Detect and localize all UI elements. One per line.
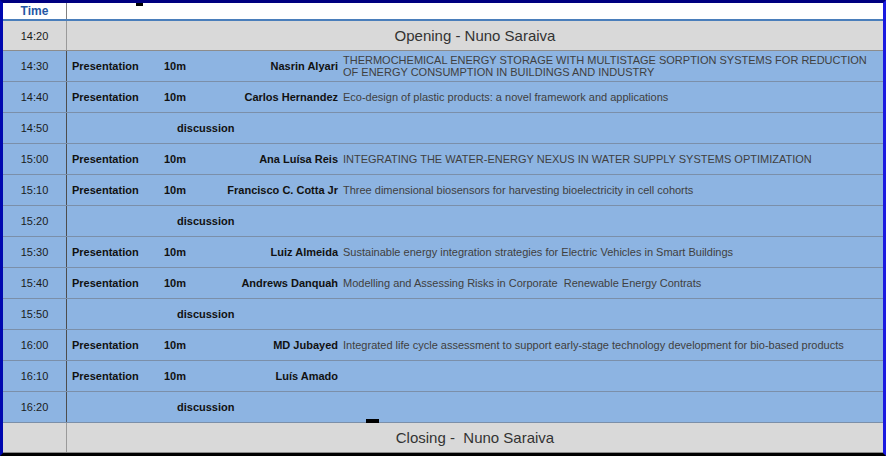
presentation-row: 14:30 Presentation 10m Nasrin Alyari THE… bbox=[3, 51, 883, 82]
duration-cell[interactable]: 10m bbox=[164, 60, 222, 72]
talk-title-cell[interactable]: Sustainable energy integration strategie… bbox=[343, 246, 879, 259]
talk-title-cell[interactable]: Eco-design of plastic products: a novel … bbox=[343, 91, 879, 104]
presenter-name-cell[interactable]: Luiz Almeida bbox=[222, 246, 338, 258]
presentation-cells: Presentation 10m Andrews Danquah Modelli… bbox=[67, 268, 883, 298]
discussion-row: 16:20 discussion bbox=[3, 392, 883, 423]
discussion-label: discussion bbox=[177, 215, 234, 227]
presentation-row: 15:40 Presentation 10m Andrews Danquah M… bbox=[3, 268, 883, 299]
duration-cell[interactable]: 10m bbox=[164, 91, 222, 103]
time-cell[interactable] bbox=[3, 423, 67, 452]
discussion-row: 15:20 discussion bbox=[3, 206, 883, 237]
time-cell[interactable]: 15:20 bbox=[3, 206, 67, 236]
session-type-cell[interactable]: Presentation bbox=[72, 339, 164, 351]
presenter-name-cell[interactable]: Ana Luísa Reis bbox=[222, 153, 338, 165]
presentation-row: 15:30 Presentation 10m Luiz Almeida Sust… bbox=[3, 237, 883, 268]
presentation-row: 16:10 Presentation 10m Luís Amado bbox=[3, 361, 883, 392]
duration-cell[interactable]: 10m bbox=[164, 339, 222, 351]
session-type-cell[interactable]: Presentation bbox=[72, 60, 164, 72]
schedule-table: Time 14:20 Opening - Nuno Saraiva 14:30 … bbox=[0, 0, 886, 456]
section-title: Opening - Nuno Saraiva bbox=[67, 27, 883, 44]
presentation-cells: Presentation 10m MD Jubayed Integrated l… bbox=[67, 330, 883, 360]
time-cell[interactable]: 15:40 bbox=[3, 268, 67, 298]
time-cell[interactable]: 15:10 bbox=[3, 175, 67, 205]
duration-cell[interactable]: 10m bbox=[164, 184, 222, 196]
talk-title-cell[interactable]: Three dimensional biosensors for harvest… bbox=[343, 184, 879, 197]
presenter-name-cell[interactable]: Carlos Hernandez bbox=[222, 91, 338, 103]
rows-container: 14:20 Opening - Nuno Saraiva 14:30 Prese… bbox=[3, 21, 883, 453]
discussion-cell[interactable]: discussion bbox=[67, 113, 883, 143]
talk-title-cell[interactable]: THERMOCHEMICAL ENERGY STORAGE WITH MULTI… bbox=[343, 54, 879, 79]
time-cell[interactable]: 16:00 bbox=[3, 330, 67, 360]
discussion-cell[interactable]: discussion bbox=[67, 206, 883, 236]
time-cell[interactable]: 15:50 bbox=[3, 299, 67, 329]
section-title: Closing - Nuno Saraiva bbox=[67, 429, 883, 446]
discussion-row: 15:50 discussion bbox=[3, 299, 883, 330]
discussion-label: discussion bbox=[177, 401, 234, 413]
section-cell[interactable]: Opening - Nuno Saraiva bbox=[67, 21, 883, 50]
presenter-name-cell[interactable]: Luís Amado bbox=[222, 370, 338, 382]
discussion-row: 14:50 discussion bbox=[3, 113, 883, 144]
session-type-cell[interactable]: Presentation bbox=[72, 277, 164, 289]
discussion-label: discussion bbox=[177, 308, 234, 320]
section-row: Closing - Nuno Saraiva bbox=[3, 423, 883, 453]
time-cell[interactable]: 14:20 bbox=[3, 21, 67, 50]
time-cell[interactable]: 15:30 bbox=[3, 237, 67, 267]
discussion-cell[interactable]: discussion bbox=[67, 299, 883, 329]
header-row: Time bbox=[3, 3, 883, 21]
discussion-cell[interactable]: discussion bbox=[67, 392, 883, 422]
presentation-cells: Presentation 10m Francisco C. Cotta Jr T… bbox=[67, 175, 883, 205]
time-column-header[interactable]: Time bbox=[3, 3, 67, 19]
session-type-cell[interactable]: Presentation bbox=[72, 370, 164, 382]
time-cell[interactable]: 14:30 bbox=[3, 51, 67, 81]
presentation-cells: Presentation 10m Luiz Almeida Sustainabl… bbox=[67, 237, 883, 267]
presentation-row: 16:00 Presentation 10m MD Jubayed Integr… bbox=[3, 330, 883, 361]
presentation-cells: Presentation 10m Luís Amado bbox=[67, 361, 883, 391]
duration-cell[interactable]: 10m bbox=[164, 277, 222, 289]
presentation-row: 14:40 Presentation 10m Carlos Hernandez … bbox=[3, 82, 883, 113]
presenter-name-cell[interactable]: MD Jubayed bbox=[222, 339, 338, 351]
presentation-cells: Presentation 10m Ana Luísa Reis INTEGRAT… bbox=[67, 144, 883, 174]
time-cell[interactable]: 14:50 bbox=[3, 113, 67, 143]
duration-cell[interactable]: 10m bbox=[164, 153, 222, 165]
presenter-name-cell[interactable]: Nasrin Alyari bbox=[222, 60, 338, 72]
session-type-cell[interactable]: Presentation bbox=[72, 246, 164, 258]
presentation-row: 15:10 Presentation 10m Francisco C. Cott… bbox=[3, 175, 883, 206]
presentation-cells: Presentation 10m Carlos Hernandez Eco-de… bbox=[67, 82, 883, 112]
time-cell[interactable]: 16:10 bbox=[3, 361, 67, 391]
duration-cell[interactable]: 10m bbox=[164, 370, 222, 382]
talk-title-cell[interactable]: INTEGRATING THE WATER-ENERGY NEXUS IN WA… bbox=[343, 153, 879, 166]
presentation-row: 15:00 Presentation 10m Ana Luísa Reis IN… bbox=[3, 144, 883, 175]
closing-border-tick-mark bbox=[366, 419, 379, 423]
header-spacer bbox=[67, 3, 883, 19]
presenter-name-cell[interactable]: Andrews Danquah bbox=[222, 277, 338, 289]
section-row: 14:20 Opening - Nuno Saraiva bbox=[3, 21, 883, 51]
session-type-cell[interactable]: Presentation bbox=[72, 91, 164, 103]
session-type-cell[interactable]: Presentation bbox=[72, 184, 164, 196]
time-cell[interactable]: 16:20 bbox=[3, 392, 67, 422]
presentation-cells: Presentation 10m Nasrin Alyari THERMOCHE… bbox=[67, 51, 883, 81]
top-border-tick-mark bbox=[136, 3, 143, 6]
presenter-name-cell[interactable]: Francisco C. Cotta Jr bbox=[222, 184, 338, 196]
session-type-cell[interactable]: Presentation bbox=[72, 153, 164, 165]
discussion-label: discussion bbox=[177, 122, 234, 134]
section-cell[interactable]: Closing - Nuno Saraiva bbox=[67, 423, 883, 452]
time-cell[interactable]: 14:40 bbox=[3, 82, 67, 112]
talk-title-cell[interactable]: Modelling and Assessing Risks in Corpora… bbox=[343, 277, 879, 290]
duration-cell[interactable]: 10m bbox=[164, 246, 222, 258]
time-cell[interactable]: 15:00 bbox=[3, 144, 67, 174]
talk-title-cell[interactable]: Integrated life cycle assessment to supp… bbox=[343, 339, 879, 352]
